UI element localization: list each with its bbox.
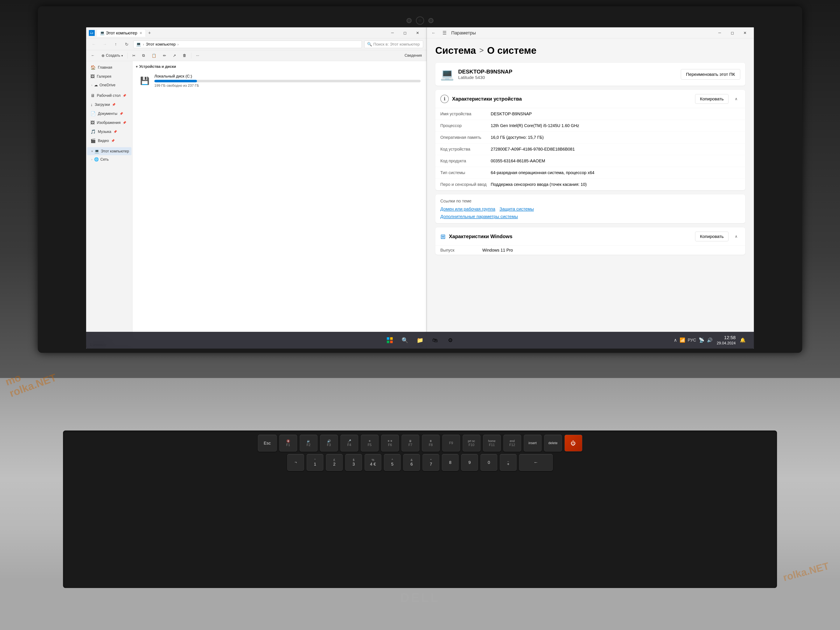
cut-btn[interactable]: ✂	[129, 51, 138, 60]
notification-icon[interactable]: 🔔	[740, 338, 745, 343]
key-minus[interactable]: _ +	[500, 454, 516, 471]
key-6[interactable]: & 6	[403, 454, 420, 471]
sidebar-item-video[interactable]: 🎬 Видео 📌	[87, 136, 131, 145]
address-path-bar[interactable]: 💻 › Этот компьютер ›	[133, 41, 362, 48]
maximize-btn[interactable]: ◻	[399, 28, 411, 38]
key-f4[interactable]: 🎤 F4	[340, 435, 358, 452]
chevron-up-icon[interactable]: ∧	[674, 338, 677, 343]
key-f12[interactable]: end F12	[504, 435, 521, 452]
key-f10[interactable]: prt sc F10	[463, 435, 480, 452]
volume-icon[interactable]: 🔊	[707, 338, 712, 343]
windows-copy-btn[interactable]: Копировать	[695, 232, 728, 241]
drive-icon: 💾	[138, 74, 151, 87]
key-3[interactable]: $ 3	[345, 454, 362, 471]
key-9[interactable]: 9	[461, 454, 478, 471]
search-placeholder: Поиск в: Этот компьютер	[373, 42, 420, 47]
network-tray-icon[interactable]: 📶	[680, 338, 685, 343]
settings-minimize-btn[interactable]: ─	[714, 28, 726, 38]
tab-close-icon[interactable]: ✕	[139, 31, 142, 35]
sidebar-item-thispc[interactable]: ▾ 💻 Этот компьютер	[87, 147, 131, 155]
lang-indicator[interactable]: РУС	[688, 338, 696, 343]
link-protection[interactable]: Защита системы	[500, 207, 534, 212]
share-btn[interactable]: ↗	[170, 51, 179, 60]
key-4[interactable]: % 4 €	[365, 454, 381, 471]
key-2[interactable]: £ 2	[326, 454, 343, 471]
sidebar-item-documents[interactable]: 📄 Документы 📌	[87, 109, 131, 118]
drive-bar-outer	[154, 80, 421, 82]
delete-btn[interactable]: 🗑	[180, 51, 189, 60]
settings-btn[interactable]: ⚙	[444, 334, 456, 346]
sidebar-item-pictures[interactable]: 🖼 Изображения 📌	[87, 118, 131, 127]
key-insert[interactable]: insert	[524, 435, 542, 452]
spec-label-touch: Перо и сенсорный ввод	[441, 182, 491, 187]
key-f5[interactable]: ☀ F5	[361, 435, 379, 452]
refresh-btn[interactable]: ↻	[122, 41, 131, 48]
info-btn[interactable]: Сведения	[402, 51, 425, 60]
spec-label-device-name: Имя устройства	[441, 112, 491, 116]
key-f2[interactable]: 🔉 F2	[300, 435, 317, 452]
sidebar-item-music[interactable]: 🎵 Музыка 📌	[87, 127, 131, 136]
key-5[interactable]: ^ 5	[384, 454, 401, 471]
up-btn[interactable]: ↑	[112, 41, 120, 48]
start-btn[interactable]	[384, 334, 396, 346]
devices-label: Устройства и диски	[139, 65, 176, 69]
sidebar-item-home[interactable]: 🏠 Главная	[87, 63, 131, 72]
specs-collapse-btn[interactable]: ∧	[732, 95, 740, 103]
key-f8[interactable]: ⏸ F8	[422, 435, 440, 452]
settings-back-btn[interactable]: ←	[429, 29, 438, 37]
clock-widget[interactable]: 12:58 29.04.2024	[717, 335, 736, 346]
key-1[interactable]: " 1	[306, 454, 324, 471]
key-8[interactable]: 8	[442, 454, 459, 471]
key-delete[interactable]: delete	[544, 435, 562, 452]
back-btn[interactable]: ←	[90, 41, 98, 48]
key-power[interactable]: ⏻	[564, 435, 582, 452]
explorer-tab[interactable]: 💻 Этот компьютер ✕	[96, 29, 146, 37]
key-backspace[interactable]: ←	[519, 454, 553, 471]
paste-btn[interactable]: 📋	[149, 51, 159, 60]
key-f6[interactable]: ☀☀ F6	[381, 435, 399, 452]
svg-rect-1	[390, 337, 393, 340]
new-btn[interactable]: ⊕ Создать ▾	[98, 51, 126, 60]
tab-label: Этот компьютер	[106, 31, 137, 35]
camera-lens	[416, 16, 424, 25]
key-0[interactable]: 0	[480, 454, 497, 471]
hamburger-menu-btn[interactable]: ☰	[441, 29, 449, 37]
new-tab-btn[interactable]: +	[148, 30, 151, 36]
settings-maximize-btn[interactable]: ◻	[726, 28, 739, 38]
key-f9[interactable]: F9	[442, 435, 460, 452]
key-tilde[interactable]: ¬	[287, 454, 304, 471]
back-toolbar-btn[interactable]: ←	[88, 51, 98, 60]
minimize-btn[interactable]: ─	[386, 28, 399, 38]
explorer-btn[interactable]: 📁	[414, 334, 426, 346]
sidebar-item-network[interactable]: › 🌐 Сеть	[87, 155, 131, 163]
windows-collapse-btn[interactable]: ∧	[732, 233, 740, 240]
search-box[interactable]: 🔍 Поиск в: Этот компьютер	[364, 41, 423, 48]
forward-btn[interactable]: →	[101, 41, 109, 48]
sidebar-item-gallery[interactable]: 🖼 Галерея	[87, 72, 131, 81]
settings-close-btn[interactable]: ✕	[739, 28, 751, 38]
copy-btn[interactable]: ⧉	[139, 51, 148, 60]
system-tray: ∧ 📶 РУС 📡 🔊	[674, 338, 712, 343]
sidebar-item-desktop[interactable]: 🖥 Рабочий стол 📌	[87, 91, 131, 100]
link-domain[interactable]: Домен или рабочая группа	[441, 207, 496, 212]
key-esc[interactable]: Esc	[258, 435, 277, 452]
rename-pc-btn[interactable]: Переименовать этот ПК	[681, 69, 740, 80]
close-btn[interactable]: ✕	[411, 28, 424, 38]
sidebar-item-downloads[interactable]: ↓ Загрузки 📌	[87, 100, 131, 109]
more-btn[interactable]: ···	[193, 51, 202, 60]
windows-header: ⊞ Характеристики Windows Копировать ∧	[435, 227, 745, 245]
link-advanced[interactable]: Дополнительные параметры системы	[441, 214, 518, 219]
drive-c-item[interactable]: 💾 Локальный диск (C:) 199 ГБ свободно из…	[136, 71, 423, 90]
wifi-icon[interactable]: 📡	[699, 338, 704, 343]
specs-copy-btn[interactable]: Копировать	[695, 94, 728, 104]
rename-btn[interactable]: ✏	[160, 51, 169, 60]
store-btn[interactable]: 🛍	[429, 334, 441, 346]
spec-value-processor: 12th Gen Intel(R) Core(TM) i5-1245U 1.60…	[491, 123, 740, 128]
key-f1[interactable]: 🔇 F1	[279, 435, 297, 452]
key-f11[interactable]: home F11	[483, 435, 501, 452]
sidebar-item-onedrive[interactable]: › ☁ OneDrive	[87, 81, 131, 89]
key-f3[interactable]: 🔊 F3	[320, 435, 338, 452]
key-7[interactable]: * 7	[423, 454, 439, 471]
search-btn[interactable]: 🔍	[399, 334, 411, 346]
key-f7[interactable]: 🖥 F7	[401, 435, 419, 452]
